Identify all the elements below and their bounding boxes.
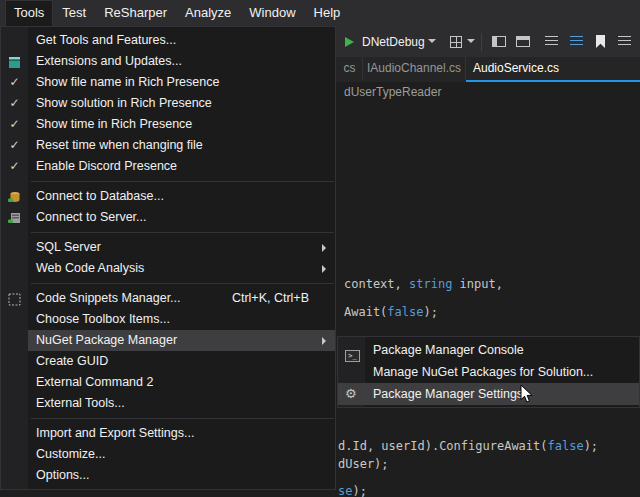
menu-item-import-export-settings[interactable]: Import and Export Settings... (1, 423, 335, 444)
menu-bar: Tools Test ReSharper Analyze Window Help (0, 0, 640, 26)
menu-item-external-tools[interactable]: External Tools... (1, 393, 335, 414)
new-window-icon[interactable] (492, 36, 506, 47)
menubar-item-resharper[interactable]: ReSharper (95, 0, 176, 26)
code-line: d.Id, userId).ConfigureAwait(false); (338, 439, 598, 453)
run-config-label[interactable]: DNetDebug (362, 34, 425, 50)
code-line: Await(false); (344, 305, 438, 319)
menubar-item-analyze[interactable]: Analyze (176, 0, 240, 26)
checkmark-icon: ✓ (1, 156, 28, 177)
menu-item-show-file-name[interactable]: ✓Show file name in Rich Presence (1, 72, 335, 93)
submenu-item-manage-nuget-packages[interactable]: Manage NuGet Packages for Solution... (338, 361, 639, 383)
menubar-item-help[interactable]: Help (305, 0, 350, 26)
tools-menu: Get Tools and Features... Extensions and… (0, 26, 336, 490)
menu-item-extensions-and-updates[interactable]: Extensions and Updates... (1, 51, 335, 72)
checkmark-icon: ✓ (1, 135, 28, 156)
menu-item-choose-toolbox-items[interactable]: Choose Toolbox Items... (1, 309, 335, 330)
mouse-cursor (520, 384, 534, 408)
chevron-down-icon[interactable] (467, 39, 475, 43)
menu-item-show-time[interactable]: ✓Show time in Rich Presence (1, 114, 335, 135)
menu-item-nuget-package-manager[interactable]: NuGet Package Manager (1, 330, 335, 351)
menu-item-options[interactable]: Options... (1, 465, 335, 486)
code-line: context, string input, (344, 277, 503, 291)
build-grid-icon[interactable] (450, 36, 462, 48)
tab-partial[interactable]: cs (337, 57, 363, 80)
toolbar-separator (481, 33, 482, 51)
menu-item-web-code-analysis[interactable]: Web Code Analysis (1, 258, 335, 279)
tab-iaudiochannel[interactable]: IAudioChannel.cs (363, 57, 466, 80)
menu-item-code-snippets-manager[interactable]: Code Snippets Manager... Ctrl+K, Ctrl+B (1, 288, 335, 309)
checkmark-icon: ✓ (1, 72, 28, 93)
submenu-item-package-manager-settings[interactable]: ⚙ Package Manager Settings (338, 383, 639, 405)
chevron-down-icon[interactable] (428, 39, 436, 43)
menubar-item-test[interactable]: Test (53, 0, 95, 26)
menu-item-enable-discord-presence[interactable]: ✓Enable Discord Presence (1, 156, 335, 177)
menu-separator (31, 418, 334, 419)
code-line: dUser); (338, 457, 389, 471)
menu-separator (31, 232, 334, 233)
menu-separator (31, 283, 334, 284)
shortcut-label: Ctrl+K, Ctrl+B (232, 288, 309, 309)
menu-item-sql-server[interactable]: SQL Server (1, 237, 335, 258)
submenu-arrow-icon (322, 265, 326, 273)
outdent-icon[interactable] (545, 36, 558, 47)
comment-icon[interactable] (618, 36, 631, 47)
breadcrumb-type[interactable]: dUserTypeReader (344, 82, 441, 102)
menu-item-reset-time[interactable]: ✓Reset time when changing file (1, 135, 335, 156)
gear-icon: ⚙ (345, 387, 357, 400)
menubar-item-tools[interactable]: Tools (5, 0, 53, 26)
submenu-arrow-icon (322, 244, 326, 252)
submenu-arrow-icon (322, 337, 326, 345)
menu-item-customize[interactable]: Customize... (1, 444, 335, 465)
nuget-package-manager-submenu: >_ Package Manager Console Manage NuGet … (337, 336, 640, 408)
split-window-icon[interactable] (516, 36, 530, 47)
menu-item-create-guid[interactable]: Create GUID (1, 351, 335, 372)
tab-audioservice[interactable]: AudioService.cs (466, 57, 566, 80)
menu-item-connect-to-server[interactable]: Connect to Server... (1, 207, 335, 228)
menubar-item-window[interactable]: Window (240, 0, 304, 26)
menu-separator (31, 181, 334, 182)
checkmark-icon: ✓ (1, 114, 28, 135)
submenu-item-package-manager-console[interactable]: >_ Package Manager Console (338, 339, 639, 361)
menu-item-external-command-2[interactable]: External Command 2 (1, 372, 335, 393)
indent-icon[interactable] (570, 36, 583, 47)
menu-item-get-tools-and-features[interactable]: Get Tools and Features... (1, 30, 335, 51)
server-icon (8, 211, 21, 232)
checkmark-icon: ✓ (1, 93, 28, 114)
code-line: se); (338, 484, 367, 497)
menu-item-connect-to-database[interactable]: Connect to Database... (1, 186, 335, 207)
play-icon[interactable] (345, 37, 354, 47)
menu-item-show-solution[interactable]: ✓Show solution in Rich Presence (1, 93, 335, 114)
bookmark-icon[interactable] (596, 35, 605, 48)
